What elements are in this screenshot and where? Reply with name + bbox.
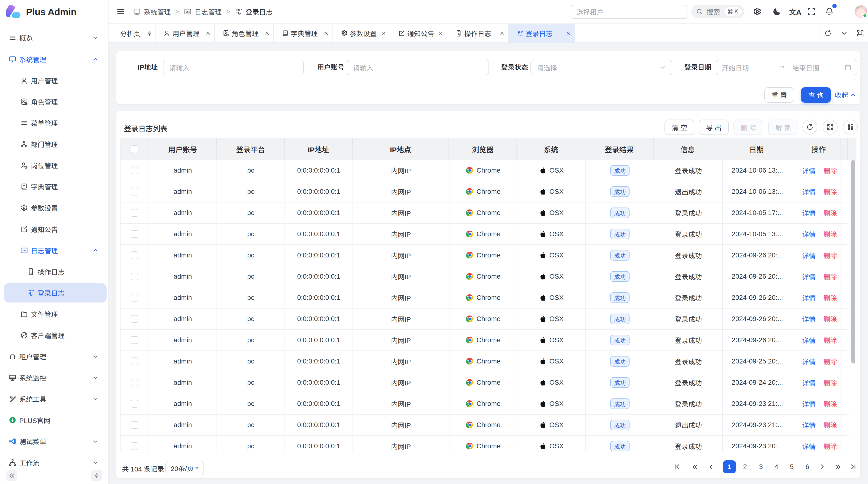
svg-text:DEV: DEV	[22, 250, 27, 252]
svg-text:DEV: DEV	[186, 10, 190, 13]
